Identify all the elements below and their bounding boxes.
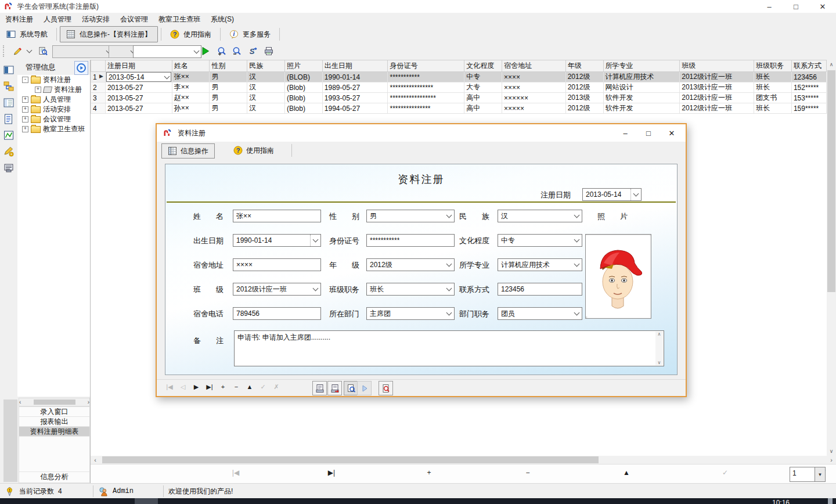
- guide-button[interactable]: ? 使用指南: [164, 27, 217, 42]
- list-item-entry-window[interactable]: 录入窗口: [19, 407, 89, 417]
- nav-first-button[interactable]: |◀: [230, 469, 242, 477]
- id-number-field[interactable]: ***********: [366, 234, 455, 247]
- menu-data-register[interactable]: 资料注册: [0, 13, 38, 26]
- navigation-panel-icon[interactable]: [3, 64, 15, 76]
- tree-node-activity[interactable]: + 活动安排: [17, 105, 90, 114]
- dialog-maximize-button[interactable]: □: [637, 124, 660, 142]
- toolbar-drag-handle[interactable]: [3, 45, 6, 57]
- db-edit-button[interactable]: ▲: [245, 383, 254, 390]
- dropdown-icon[interactable]: ▼: [815, 467, 825, 481]
- cell-reg-date[interactable]: 2013-05-14: [105, 72, 172, 82]
- scroll-right-icon[interactable]: ›: [827, 456, 836, 464]
- cell[interactable]: ××××: [502, 82, 566, 93]
- expand-toggle-icon[interactable]: +: [35, 87, 41, 93]
- list-item-report-output[interactable]: 报表输出: [19, 417, 89, 427]
- col-contact[interactable]: 联系方式: [791, 60, 826, 72]
- edit-dropdown-caret[interactable]: [26, 45, 33, 57]
- menu-activity[interactable]: 活动安排: [77, 13, 115, 26]
- grade-combo[interactable]: 2012级: [366, 258, 455, 271]
- cell[interactable]: 男: [210, 72, 247, 82]
- col-ethnicity[interactable]: 民族: [247, 60, 285, 72]
- birth-date-field[interactable]: 1990-01-14: [233, 234, 321, 247]
- class-combo[interactable]: 2012级计应一班: [233, 283, 321, 296]
- cell[interactable]: 2012级计应一班: [680, 72, 754, 82]
- edit-button[interactable]: [10, 45, 24, 57]
- cell[interactable]: 1989-05-27: [322, 82, 388, 93]
- scroll-up-icon[interactable]: ∧: [827, 60, 836, 69]
- dorm-address-field[interactable]: ××××: [233, 258, 321, 271]
- scroll-down-icon[interactable]: ∨: [658, 360, 661, 365]
- info-operation-button[interactable]: 信息操作-【资料注册】: [60, 26, 158, 42]
- contact-field[interactable]: 123456: [498, 283, 582, 296]
- db-next-button[interactable]: ▶: [192, 383, 201, 391]
- cell[interactable]: 2013-05-27: [105, 103, 172, 114]
- print-preview-button[interactable]: [344, 381, 358, 395]
- menu-personnel[interactable]: 人员管理: [38, 13, 77, 26]
- filter-field-combo[interactable]: [52, 45, 114, 58]
- nav-post-button[interactable]: ✓: [719, 469, 731, 477]
- cell[interactable]: 团支书: [754, 93, 792, 103]
- cell[interactable]: 1993-05-27: [322, 93, 388, 103]
- scrollbar-thumb[interactable]: [827, 70, 835, 292]
- cell[interactable]: 汉: [247, 72, 285, 82]
- tree-node-data-register[interactable]: - 资料注册: [17, 75, 90, 85]
- cell[interactable]: 153*****: [791, 93, 826, 103]
- chart-icon[interactable]: [3, 129, 15, 141]
- cell[interactable]: (Blob): [284, 103, 322, 114]
- col-reg-date[interactable]: 注册日期: [105, 60, 172, 72]
- cell[interactable]: 1990-01-14: [322, 72, 388, 82]
- print-record-button[interactable]: [312, 381, 327, 395]
- dorm-phone-field[interactable]: 789456: [233, 307, 321, 320]
- nav-last-button[interactable]: ▶|: [326, 469, 337, 477]
- list-item-register-detail[interactable]: 资料注册明细表: [19, 427, 89, 437]
- signature-icon[interactable]: [3, 146, 15, 157]
- zoom-out-button[interactable]: [230, 45, 244, 57]
- menu-system[interactable]: 系统(S): [206, 13, 239, 26]
- grid-horizontal-scrollbar[interactable]: ‹ ›: [91, 456, 836, 464]
- scroll-right-icon[interactable]: ›: [88, 399, 89, 405]
- cell[interactable]: ****************: [388, 82, 464, 93]
- cell[interactable]: ***********: [388, 72, 464, 82]
- cell[interactable]: 软件开发: [603, 103, 680, 114]
- scroll-down-icon[interactable]: ∨: [827, 447, 836, 456]
- dialog-minimize-button[interactable]: –: [614, 124, 637, 142]
- cell[interactable]: 2012级计应一班: [680, 103, 754, 114]
- reg-date-field[interactable]: 2013-05-14: [582, 188, 642, 201]
- menu-meeting[interactable]: 会议管理: [115, 13, 153, 26]
- show-desktop-edge[interactable]: [828, 498, 833, 504]
- cell[interactable]: 2012级: [565, 103, 603, 114]
- cell[interactable]: 赵××: [172, 93, 210, 103]
- cell[interactable]: (BLOB): [284, 72, 322, 82]
- system-nav-button[interactable]: 系统导航: [1, 27, 53, 42]
- cell[interactable]: 2013级: [565, 93, 603, 103]
- cell[interactable]: 班长: [754, 82, 792, 93]
- date-dropdown[interactable]: [310, 235, 318, 246]
- db-post-button[interactable]: ✓: [258, 383, 268, 391]
- dept-duty-combo[interactable]: 团员: [498, 307, 582, 320]
- close-button[interactable]: ✕: [809, 0, 836, 13]
- maximize-button[interactable]: □: [783, 0, 809, 13]
- date-dropdown[interactable]: [630, 189, 638, 200]
- education-combo[interactable]: 中专: [498, 234, 582, 247]
- print-button[interactable]: [261, 45, 276, 57]
- major-combo[interactable]: 计算机应用技术: [498, 258, 582, 271]
- cell[interactable]: (Blob): [284, 93, 322, 103]
- cell[interactable]: 2012级: [565, 72, 603, 82]
- zoom-in-button[interactable]: [215, 45, 229, 57]
- sql-button[interactable]: S: [246, 45, 260, 57]
- cell[interactable]: ×××××: [502, 103, 566, 114]
- cell[interactable]: ××××: [502, 72, 566, 82]
- cell[interactable]: 大专: [464, 82, 502, 93]
- expand-toggle-icon[interactable]: +: [22, 126, 28, 132]
- db-delete-button[interactable]: −: [232, 383, 241, 390]
- expand-toggle-icon[interactable]: +: [22, 116, 28, 123]
- dialog-close-button[interactable]: ✕: [660, 124, 683, 142]
- collapse-toggle-icon[interactable]: -: [22, 77, 28, 83]
- cell[interactable]: *****************: [388, 93, 464, 103]
- tree-node-classroom[interactable]: + 教室卫生查班: [17, 124, 90, 134]
- db-prior-button[interactable]: ◁: [178, 383, 188, 391]
- cell[interactable]: 男: [210, 103, 247, 114]
- remark-textarea[interactable]: 申请书: 申请加入主席团.......... ∧ ∨: [234, 330, 664, 366]
- sidebar-mini-scrollbar[interactable]: ‹ ›: [19, 398, 90, 406]
- nav-edit-button[interactable]: ▲: [621, 469, 632, 477]
